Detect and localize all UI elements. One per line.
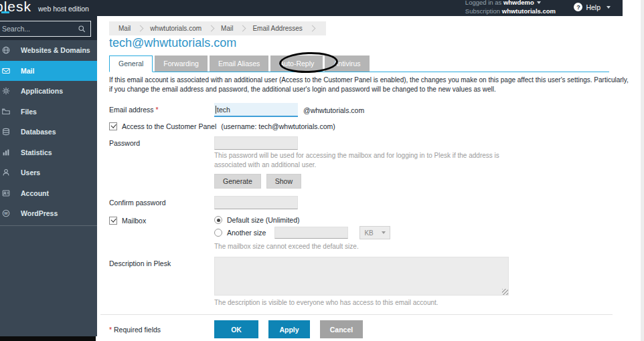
breadcrumb-item[interactable]: whwtutorials.com bbox=[147, 25, 204, 32]
sidebar-item-account[interactable]: Account bbox=[0, 183, 97, 204]
sidebar-item-users[interactable]: Users bbox=[0, 162, 97, 183]
tab-email-aliases[interactable]: Email Aliases bbox=[210, 55, 268, 72]
breadcrumb-item: Email Addresses bbox=[250, 25, 305, 32]
default-size-label: Default size (Unlimited) bbox=[227, 216, 300, 224]
logged-in-user: whwdemo bbox=[503, 0, 534, 6]
sidebar-item-statistics[interactable]: Statistics bbox=[0, 142, 97, 163]
password-buttons-row: Generate Show bbox=[109, 174, 631, 189]
required-asterisk: * bbox=[109, 326, 112, 334]
password-input[interactable] bbox=[214, 136, 298, 150]
wordpress-icon: W bbox=[1, 209, 11, 218]
sidebar-item-websites-domains[interactable]: Websites & Domains bbox=[0, 40, 97, 61]
breadcrumb-item[interactable]: Mail bbox=[218, 25, 236, 32]
sidebar-item-label: Mail bbox=[21, 67, 34, 75]
breadcrumb: Mail whwtutorials.com Mail Email Address… bbox=[109, 21, 326, 35]
sidebar-item-label: Users bbox=[21, 168, 40, 177]
logged-in-row[interactable]: Logged in as whwdemo bbox=[465, 0, 556, 7]
breadcrumb-item[interactable]: Mail bbox=[116, 25, 133, 32]
default-size-radio[interactable] bbox=[214, 216, 222, 224]
confirm-password-input[interactable] bbox=[214, 196, 298, 209]
another-size-label: Another size bbox=[227, 229, 266, 237]
sidebar-item-label: WordPress bbox=[21, 209, 58, 217]
plesk-app: plesk web host edition Logged in as whwd… bbox=[0, 0, 644, 341]
search-icon[interactable] bbox=[78, 25, 86, 33]
window-right-edge bbox=[641, 0, 644, 341]
chevron-right-icon bbox=[208, 25, 215, 32]
bottom-strip bbox=[0, 336, 96, 341]
show-button[interactable]: Show bbox=[266, 174, 301, 189]
size-unit-select[interactable]: KB bbox=[359, 226, 390, 239]
top-bar: plesk web host edition Logged in as whwd… bbox=[0, 0, 623, 16]
search-box bbox=[0, 21, 91, 37]
resize-grip[interactable] bbox=[502, 289, 508, 295]
sidebar-item-applications[interactable]: Applications bbox=[0, 81, 97, 102]
sidebar-item-label: Websites & Domains bbox=[21, 46, 90, 54]
sidebar-divider bbox=[0, 225, 97, 226]
mailbox-help-text: The mailbox size cannot exceed the defau… bbox=[214, 242, 390, 251]
email-domain-suffix: @whwtutorials.com bbox=[303, 106, 364, 114]
sidebar-item-mail[interactable]: Mail bbox=[0, 61, 97, 82]
generate-button[interactable]: Generate bbox=[214, 174, 261, 189]
files-icon bbox=[1, 107, 11, 116]
mailbox-label: Mailbox bbox=[122, 217, 146, 225]
help-menu[interactable]: ? Help bbox=[574, 3, 611, 11]
users-icon bbox=[1, 168, 11, 177]
sidebar-nav: Websites & Domains Mail Applications Fil… bbox=[0, 40, 97, 226]
database-icon bbox=[1, 127, 11, 136]
mail-icon bbox=[1, 66, 11, 76]
sidebar-item-label: Statistics bbox=[21, 148, 52, 156]
password-row: Password bbox=[109, 136, 631, 150]
apply-button[interactable]: Apply bbox=[268, 320, 310, 338]
tab-antivirus[interactable]: Antivirus bbox=[325, 55, 369, 72]
help-icon: ? bbox=[574, 3, 582, 11]
mailbox-row: Mailbox Default size (Unlimited) Another… bbox=[109, 216, 631, 251]
cancel-button[interactable]: Cancel bbox=[320, 320, 363, 338]
tab-forwarding[interactable]: Forwarding bbox=[155, 55, 208, 72]
tab-auto-reply[interactable]: Auto-Reply bbox=[270, 55, 323, 72]
sidebar-item-label: Applications bbox=[21, 87, 63, 95]
chevron-right-icon bbox=[309, 25, 315, 32]
sidebar: Websites & Domains Mail Applications Fil… bbox=[0, 16, 97, 336]
action-buttons-row: * Required fields OK Apply Cancel bbox=[109, 320, 631, 338]
customer-panel-checkbox[interactable] bbox=[109, 122, 117, 130]
ok-button[interactable]: OK bbox=[214, 320, 258, 338]
password-help-row: This password will be used for accessing… bbox=[109, 151, 631, 170]
customer-panel-label: Access to the Customer Panel bbox=[122, 122, 216, 130]
another-size-option: Another size KB bbox=[214, 226, 390, 239]
tab-general[interactable]: General bbox=[109, 55, 153, 72]
help-label: Help bbox=[586, 3, 600, 11]
search-input[interactable] bbox=[2, 25, 78, 33]
another-size-radio[interactable] bbox=[214, 229, 222, 237]
subscription-row: Subscription whwtutorials.com bbox=[465, 7, 556, 15]
sidebar-item-label: Account bbox=[21, 189, 49, 197]
page-title: tech@whwtutorials.com bbox=[109, 36, 236, 50]
chevron-down-icon bbox=[382, 231, 386, 234]
sidebar-item-wordpress[interactable]: W WordPress bbox=[0, 203, 97, 224]
chevron-right-icon bbox=[137, 25, 144, 32]
confirm-password-row: Confirm password bbox=[109, 196, 631, 209]
sidebar-item-label: Databases bbox=[21, 128, 56, 136]
description-label: Description in Plesk bbox=[109, 257, 214, 267]
description-help-text: The description is visible to everyone w… bbox=[214, 298, 509, 308]
intro-text: If this email account is associated with… bbox=[109, 76, 631, 94]
description-textarea[interactable] bbox=[214, 257, 509, 296]
email-local-part-input[interactable]: tech bbox=[214, 103, 298, 117]
session-info: Logged in as whwdemo Subscription whwtut… bbox=[465, 0, 556, 15]
sidebar-item-databases[interactable]: Databases bbox=[0, 122, 97, 142]
account-icon bbox=[1, 189, 11, 198]
default-size-option: Default size (Unlimited) bbox=[214, 216, 390, 224]
password-help-text: This password will be used for accessing… bbox=[214, 151, 501, 170]
chevron-down-icon bbox=[537, 1, 541, 4]
mailbox-checkbox[interactable] bbox=[109, 217, 117, 225]
sidebar-item-files[interactable]: Files bbox=[0, 102, 97, 122]
plesk-logo[interactable]: plesk web host edition bbox=[0, 0, 89, 15]
required-asterisk: * bbox=[155, 106, 158, 114]
required-fields-note: * Required fields bbox=[109, 326, 214, 334]
text-caret bbox=[216, 106, 216, 114]
statistics-icon bbox=[1, 148, 11, 157]
customer-panel-note: (username: tech@whwtutorials.com) bbox=[221, 122, 335, 130]
another-size-input[interactable] bbox=[274, 227, 348, 239]
applications-icon bbox=[1, 86, 11, 96]
sidebar-item-label: Files bbox=[21, 108, 37, 116]
chevron-right-icon bbox=[240, 25, 246, 32]
